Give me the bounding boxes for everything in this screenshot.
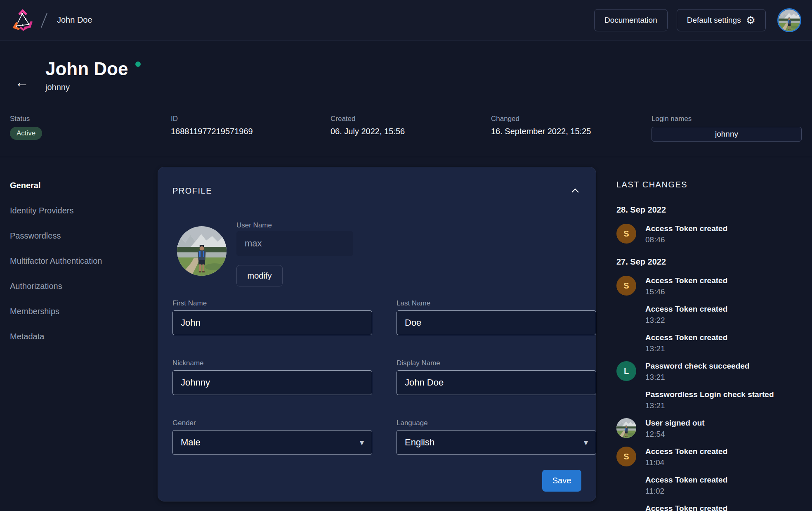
avatar-letter: S	[623, 452, 629, 461]
login-names-list: johnny	[651, 127, 802, 142]
change-entry: SAccess Token created11:04	[616, 447, 808, 468]
save-button[interactable]: Save	[542, 470, 581, 492]
change-entry-time: 15:46	[645, 287, 727, 297]
change-entry: Access Token created	[616, 504, 808, 511]
gender-select[interactable]: Male▾	[172, 430, 372, 455]
change-entry-time: 11:04	[645, 458, 727, 468]
field-first-name: First Name	[172, 299, 372, 335]
change-entry-title: Access Token created	[645, 333, 727, 343]
avatar-letter: S	[623, 281, 629, 291]
gear-icon: ⚙	[746, 15, 755, 26]
change-entry-text: Access Token created15:46	[645, 276, 727, 297]
sidebar-item-metadata[interactable]: Metadata	[10, 332, 146, 341]
modify-username-button[interactable]: modify	[236, 265, 283, 286]
last-changes-title: LAST CHANGES	[616, 180, 808, 189]
username-input[interactable]	[236, 231, 353, 256]
first-name-label: First Name	[172, 299, 372, 308]
change-group: 28. Sep 2022SAccess Token created08:46	[616, 205, 808, 245]
status-badge: Active	[10, 127, 42, 140]
online-status-dot	[135, 62, 141, 67]
change-entry-title: Password check succeeded	[645, 361, 749, 371]
nickname-input[interactable]	[172, 370, 372, 395]
chevron-up-icon	[571, 188, 579, 193]
change-entry-text: Access Token created11:02	[645, 475, 727, 496]
change-entry: SAccess Token created08:46	[616, 224, 808, 245]
change-entry-title: Access Token created	[645, 504, 727, 511]
change-entry-title: User signed out	[645, 418, 705, 428]
breadcrumb[interactable]: John Doe	[57, 15, 92, 25]
change-entry-time: 08:46	[645, 235, 727, 245]
page-head: John Doe johnny	[45, 59, 141, 92]
change-entry: Access Token created13:22	[616, 304, 808, 325]
id-label: ID	[171, 115, 253, 123]
change-entry-title: Access Token created	[645, 276, 727, 286]
profile-section-title: PROFILE	[172, 186, 212, 196]
profile-photo-avatar[interactable]	[177, 226, 227, 276]
display-name-input[interactable]	[397, 370, 596, 395]
back-arrow-icon: ←	[15, 74, 29, 90]
sidebar-item-memberships[interactable]: Memberships	[10, 307, 146, 316]
change-entry-title: Access Token created	[645, 224, 727, 234]
changed-label: Changed	[491, 115, 591, 123]
documentation-button[interactable]: Documentation	[594, 9, 668, 31]
sidebar-item-passwordless[interactable]: Passwordless	[10, 231, 146, 241]
changed-value: 16. September 2022, 15:25	[491, 127, 591, 136]
meta-login-names: Login names johnny	[651, 115, 802, 142]
meta-row: Status Active ID 168811977219571969 Crea…	[0, 115, 812, 148]
gender-selected-value: Male	[181, 437, 201, 448]
change-entry: Passwordless Login check started13:21	[616, 390, 808, 411]
last-changes-panel: LAST CHANGES 28. Sep 2022SAccess Token c…	[616, 180, 808, 511]
sidebar-nav: GeneralIdentity ProvidersPasswordlessMul…	[10, 181, 146, 357]
sidebar-item-general[interactable]: General	[10, 181, 146, 190]
profile-photo	[177, 226, 227, 276]
change-entry-text: Access Token created	[645, 504, 727, 511]
change-entry-text: User signed out12:54	[645, 418, 705, 439]
gender-label: Gender	[172, 419, 372, 427]
zitadel-logo-icon[interactable]	[11, 8, 35, 32]
change-entry-text: Access Token created11:04	[645, 447, 727, 468]
first-name-input[interactable]	[172, 310, 372, 335]
profile-photo	[616, 418, 636, 438]
sidebar-item-identity-providers[interactable]: Identity Providers	[10, 206, 146, 215]
change-entry: LPassword check succeeded13:21	[616, 361, 808, 382]
documentation-button-label: Documentation	[604, 16, 657, 25]
dropdown-arrow-icon: ▾	[360, 438, 364, 447]
avatar-letter: L	[624, 367, 629, 376]
last-name-label: Last Name	[397, 299, 596, 308]
back-button[interactable]: ←	[12, 73, 31, 92]
collapse-section-button[interactable]	[569, 185, 581, 196]
created-label: Created	[330, 115, 405, 123]
profile-card: PROFILE User Name modify First NameLast …	[158, 167, 596, 502]
change-entry-title: Access Token created	[645, 304, 727, 314]
change-entry-text: Passwordless Login check started13:21	[645, 390, 774, 411]
meta-id: ID 168811977219571969	[171, 115, 253, 136]
sidebar-item-authorizations[interactable]: Authorizations	[10, 282, 146, 291]
change-group-date: 28. Sep 2022	[616, 205, 808, 215]
change-entry: User signed out12:54	[616, 418, 808, 439]
change-entry-title: Access Token created	[645, 475, 727, 485]
change-entry-time: 12:54	[645, 429, 705, 439]
language-select[interactable]: English▾	[397, 430, 596, 455]
actor-avatar-initial: S	[616, 276, 636, 296]
field-display-name: Display Name	[397, 359, 596, 395]
nickname-label: Nickname	[172, 359, 372, 367]
language-label: Language	[397, 419, 596, 427]
change-entry: Access Token created13:21	[616, 333, 808, 354]
change-group: 27. Sep 2022SAccess Token created15:46Ac…	[616, 257, 808, 511]
change-entry-text: Access Token created13:22	[645, 304, 727, 325]
change-entry-text: Password check succeeded13:21	[645, 361, 749, 382]
user-avatar[interactable]	[777, 8, 801, 32]
page-title: John Doe	[45, 59, 128, 79]
field-language: LanguageEnglish▾	[397, 419, 596, 455]
default-settings-button-label: Default settings	[687, 16, 741, 25]
change-entry-time: 13:21	[645, 372, 749, 382]
default-settings-button[interactable]: Default settings ⚙	[677, 9, 766, 31]
last-name-input[interactable]	[397, 310, 596, 335]
profile-photo	[779, 9, 800, 31]
sidebar-item-multifactor-authentication[interactable]: Multifactor Authentication	[10, 256, 146, 266]
topbar: John Doe Documentation Default settings …	[0, 0, 812, 40]
change-entry: Access Token created11:02	[616, 475, 808, 496]
login-names-label: Login names	[651, 115, 802, 123]
profile-card-header: PROFILE	[172, 185, 581, 196]
field-nickname: Nickname	[172, 359, 372, 395]
